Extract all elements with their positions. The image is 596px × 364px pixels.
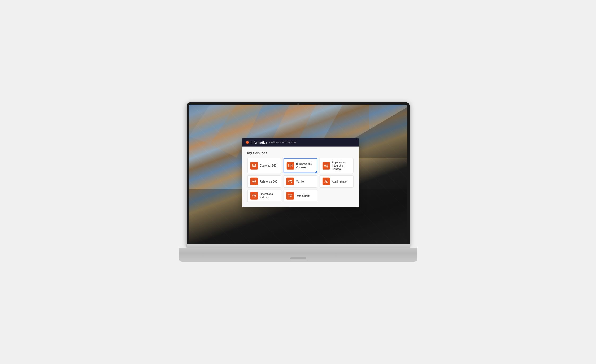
- svg-point-18: [327, 164, 328, 165]
- dialog-header: Informatica Intelligent Cloud Services: [242, 138, 359, 147]
- brand-subtitle: Intelligent Cloud Services: [269, 141, 296, 144]
- operational-insights-label: Operational Insights: [260, 192, 278, 199]
- service-card-monitor[interactable]: Monitor: [283, 175, 317, 188]
- services-grid: Customer 360 Business 360 Console: [247, 158, 353, 202]
- operational-insights-icon: [250, 192, 258, 200]
- svg-point-19: [327, 166, 328, 167]
- laptop-base: [179, 244, 417, 262]
- monitor-icon: [286, 178, 294, 185]
- brand-name: Informatica: [251, 141, 267, 144]
- svg-point-29: [325, 180, 327, 181]
- service-card-business-360[interactable]: Business 360 Console: [283, 158, 317, 173]
- reference-360-icon: [250, 178, 258, 185]
- svg-point-31: [254, 195, 254, 196]
- laptop-hinge: [187, 244, 410, 248]
- app-dialog: Informatica Intelligent Cloud Services M…: [242, 138, 359, 207]
- svg-line-36: [253, 195, 254, 195]
- svg-point-23: [253, 181, 255, 182]
- section-title: My Services: [247, 151, 353, 155]
- service-card-app-integration[interactable]: Application Integration Console: [319, 158, 353, 173]
- reference-360-label: Reference 360: [260, 180, 277, 183]
- logo-icon: [245, 140, 249, 145]
- svg-line-20: [326, 165, 327, 165]
- informatica-logo: Informatica Intelligent Cloud Services: [245, 140, 296, 145]
- screen-content: Informatica Intelligent Cloud Services M…: [189, 105, 407, 244]
- business-360-icon: [286, 162, 294, 169]
- service-card-reference-360[interactable]: Reference 360: [247, 175, 281, 188]
- data-quality-label: Data Quality: [296, 194, 310, 197]
- dialog-body: My Services: [242, 147, 359, 207]
- app-integration-icon: [322, 162, 330, 169]
- administrator-label: Administrator: [332, 180, 347, 183]
- service-card-administrator[interactable]: Administrator: [319, 175, 353, 188]
- laptop-keyboard-base: [179, 248, 417, 262]
- service-card-operational-insights[interactable]: Operational Insights: [247, 190, 281, 202]
- customer-360-label: Customer 360: [260, 164, 276, 167]
- svg-rect-12: [252, 164, 255, 166]
- service-card-customer-360[interactable]: Customer 360: [247, 158, 281, 173]
- service-card-data-quality[interactable]: Data Quality: [283, 190, 317, 202]
- customer-360-icon: [250, 162, 258, 169]
- administrator-icon: [322, 178, 330, 185]
- svg-line-21: [326, 166, 327, 166]
- svg-point-17: [324, 165, 326, 166]
- data-quality-icon: [286, 192, 294, 200]
- webcam: [297, 103, 299, 105]
- laptop-frame: Informatica Intelligent Cloud Services M…: [179, 102, 417, 262]
- laptop-screen: Informatica Intelligent Cloud Services M…: [187, 102, 410, 246]
- monitor-label: Monitor: [296, 180, 304, 183]
- business-360-label: Business 360 Console: [296, 162, 314, 169]
- app-integration-label: Application Integration Console: [332, 161, 350, 171]
